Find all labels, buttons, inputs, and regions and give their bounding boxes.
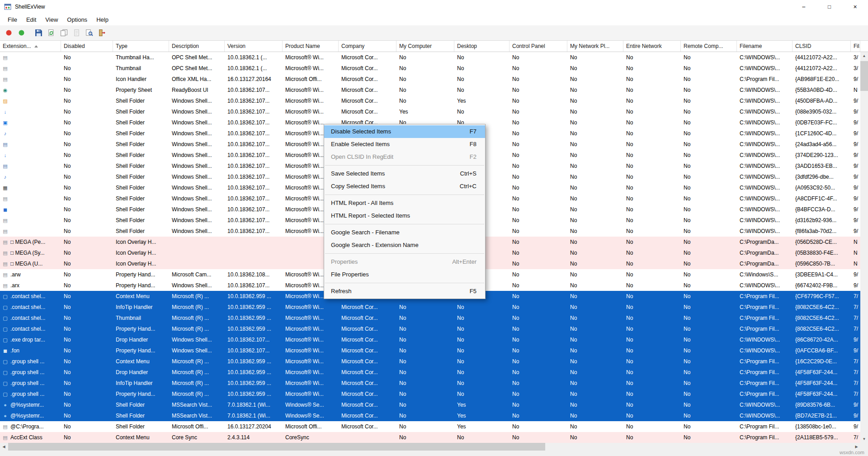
cell-type: Shell Folder xyxy=(113,171,169,182)
table-row[interactable]: ▢.contact shel...NoInfoTip HandlerMicros… xyxy=(0,302,860,313)
refresh-button[interactable] xyxy=(45,27,57,39)
save-button[interactable] xyxy=(32,27,45,39)
context-menu-item-copy-selected-items[interactable]: Copy Selected ItemsCtrl+C xyxy=(324,180,485,193)
menu-help[interactable]: Help xyxy=(92,15,113,24)
column-header-remote-computer[interactable]: Remote Comp... xyxy=(681,41,737,52)
column-header-type[interactable]: Type xyxy=(113,41,169,52)
context-menu-item-file-properties[interactable]: File Properties xyxy=(324,268,485,281)
cell-control-panel: No xyxy=(509,226,567,237)
column-header-control-panel[interactable]: Control Panel xyxy=(509,41,567,52)
cell-version: 10.0.18362.959 ... xyxy=(225,356,283,367)
cell-extension: ▤ xyxy=(0,161,61,171)
column-header-version[interactable]: Version xyxy=(225,41,283,52)
copy-button[interactable] xyxy=(57,27,70,39)
table-row[interactable]: ▢.group shell ...NoInfoTip HandlerMicros… xyxy=(0,378,860,389)
context-menu-item-google-search-extension-name[interactable]: Google Search - Extension Name xyxy=(324,239,485,252)
horizontal-scrollbar[interactable]: ◀ ▶ xyxy=(0,443,860,451)
column-header-my-computer[interactable]: My Computer xyxy=(396,41,454,52)
column-header-clsid[interactable]: CLSID xyxy=(793,41,851,52)
cell-extension: ▢.group shell ... xyxy=(0,389,61,399)
menu-view[interactable]: View xyxy=(41,15,62,24)
column-header-description[interactable]: Description xyxy=(169,41,225,52)
column-header-my-network-places[interactable]: My Network Pl... xyxy=(567,41,623,52)
column-header-company[interactable]: Company xyxy=(339,41,396,52)
context-menu-item-disable-selected-items[interactable]: Disable Selected ItemsF7 xyxy=(324,125,485,138)
table-row[interactable]: ▤NoThumbnailOPC Shell Met...10.0.18362.1… xyxy=(0,63,860,74)
table-row[interactable]: ●@%systemr...NoShell FolderMSSearch Vist… xyxy=(0,410,860,421)
context-menu-item-refresh[interactable]: RefreshF5 xyxy=(324,285,485,298)
column-header-fil[interactable]: Fil... xyxy=(851,41,860,52)
menu-edit[interactable]: Edit xyxy=(22,15,41,24)
menu-item-label: Enable Selected Items xyxy=(331,138,390,151)
disable-selected-button[interactable] xyxy=(2,27,15,39)
vertical-scrollbar-thumb[interactable] xyxy=(860,61,868,91)
exit-button[interactable] xyxy=(95,27,108,39)
column-header-entire-network[interactable]: Entire Network xyxy=(623,41,681,52)
table-row[interactable]: ▢.contact shel...NoProperty Hand...Micro… xyxy=(0,323,860,334)
menu-file[interactable]: File xyxy=(3,15,22,24)
minimize-button[interactable]: − xyxy=(791,0,816,14)
cell-version: 10.0.18362.107... xyxy=(225,85,283,95)
cell-extension: ▤ xyxy=(0,74,61,85)
file-type-icon: ▤ xyxy=(1,52,9,63)
table-row[interactable]: ▢.group shell ...NoProperty Hand...Micro… xyxy=(0,389,860,399)
table-row[interactable]: ▤AccExt ClassNoContext MenuCore Sync2.4.… xyxy=(0,432,860,443)
table-row[interactable]: ▢.contact shel...NoThumbnailMicrosoft (R… xyxy=(0,313,860,323)
cell-extension: ▤.arw xyxy=(0,269,61,280)
table-row[interactable]: ◼.fonNoProperty Hand...Windows Shell...1… xyxy=(0,345,860,356)
table-row[interactable]: ▢.exe drop tar...NoDrop HandlerWindows S… xyxy=(0,334,860,345)
vertical-scrollbar[interactable]: ▲ ▼ xyxy=(860,52,868,443)
context-menu-item-enable-selected-items[interactable]: Enable Selected ItemsF8 xyxy=(324,138,485,151)
maximize-button[interactable]: □ xyxy=(816,0,842,14)
cell-type: Shell Folder xyxy=(113,95,169,106)
table-row[interactable]: ↓NoShell FolderWindows Shell...10.0.1836… xyxy=(0,106,860,117)
cell-fil: 7/ xyxy=(851,302,860,313)
horizontal-scrollbar-thumb[interactable] xyxy=(8,443,545,451)
cell-version: 10.0.18362.959 ... xyxy=(225,367,283,378)
file-type-icon: ● xyxy=(1,410,9,421)
cell-desktop: No xyxy=(454,323,509,334)
cell-clsid: {A8CDFF1C-4F... xyxy=(793,193,851,204)
menu-item-shortcut: F8 xyxy=(470,138,476,151)
cell-filename: C:\WINDOWS\... xyxy=(737,215,793,226)
file-type-icon: ◼ xyxy=(1,345,9,356)
cell-type: Thumbnail xyxy=(113,313,169,323)
column-header-extension[interactable]: Extension... xyxy=(0,41,61,52)
column-header-product-name[interactable]: Product Name xyxy=(283,41,339,52)
scroll-left-icon[interactable]: ◀ xyxy=(0,443,8,451)
cell-fil: 9/ xyxy=(851,399,860,410)
table-row[interactable]: ▤NoThumbnail Ha...OPC Shell Met...10.0.1… xyxy=(0,52,860,63)
cell-version xyxy=(225,237,283,247)
scroll-down-icon[interactable]: ▼ xyxy=(860,435,868,443)
cell-desktop: No xyxy=(454,302,509,313)
menu-options[interactable]: Options xyxy=(62,15,92,24)
menu-item-label: Disable Selected Items xyxy=(331,125,391,138)
context-menu-item-html-report-selected-items[interactable]: HTML Report - Selected Items xyxy=(324,209,485,222)
extension-name: AccExt Class xyxy=(10,432,42,443)
cell-clsid: {3ADD1653-EB... xyxy=(793,161,851,171)
column-header-desktop[interactable]: Desktop xyxy=(454,41,509,52)
context-menu-item-google-search-filename[interactable]: Google Search - Filename xyxy=(324,226,485,239)
cell-version: 16.0.13127.20164 xyxy=(225,74,283,85)
cell-clsid: {4F58F63F-244... xyxy=(793,367,851,378)
column-header-filename[interactable]: Filename xyxy=(737,41,793,52)
table-row[interactable]: ▢.group shell ...NoContext MenuMicrosoft… xyxy=(0,356,860,367)
cell-control-panel: No xyxy=(509,247,567,258)
table-row[interactable]: ▤@C:\Progra...NoShell FolderMicrosoft Of… xyxy=(0,421,860,432)
file-type-icon: ▤ xyxy=(1,237,9,247)
enable-selected-button[interactable] xyxy=(15,27,28,39)
column-header-disabled[interactable]: Disabled xyxy=(61,41,113,52)
close-button[interactable]: × xyxy=(842,0,868,14)
scroll-up-icon[interactable]: ▲ xyxy=(860,52,868,60)
table-row[interactable]: ●@%systemr...NoShell FolderMSSearch Vist… xyxy=(0,399,860,410)
file-type-icon: ↓ xyxy=(1,106,9,117)
context-menu-item-html-report-all-items[interactable]: HTML Report - All Items xyxy=(324,197,485,209)
cell-type: Shell Folder xyxy=(113,399,169,410)
find-button[interactable] xyxy=(83,27,95,39)
context-menu-item-save-selected-items[interactable]: Save Selected ItemsCtrl+S xyxy=(324,167,485,180)
table-row[interactable]: ◉NoProperty SheetReadyBoost UI10.0.18362… xyxy=(0,85,860,95)
table-row[interactable]: ▨NoShell FolderWindows Shell...10.0.1836… xyxy=(0,95,860,106)
table-row[interactable]: ▤NoIcon HandlerOffice XML Ha...16.0.1312… xyxy=(0,74,860,85)
table-row[interactable]: ▢.group shell ...NoDrop HandlerMicrosoft… xyxy=(0,367,860,378)
cell-filename: C:\ProgramDa... xyxy=(737,258,793,269)
